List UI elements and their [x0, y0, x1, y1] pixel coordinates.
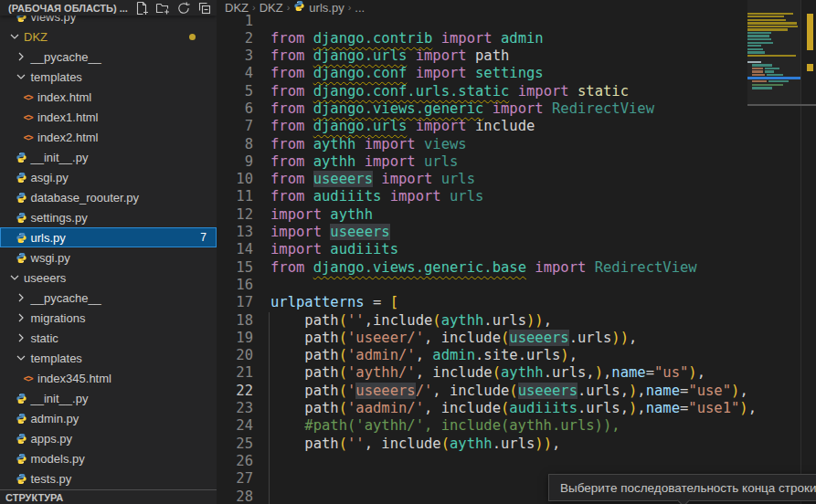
line-number[interactable]: 13 — [217, 224, 253, 241]
tree-item-pycache[interactable]: __pycache__ — [0, 288, 217, 308]
code-line-23[interactable]: 23 path('aadmin/', include(audiiits.urls… — [217, 400, 747, 417]
minimap-line — [747, 48, 763, 50]
tree-item-models-py[interactable]: models.py — [0, 448, 217, 468]
tree-item-label: __pycache__ — [31, 291, 101, 305]
tree-item-init-py[interactable]: __init__.py — [0, 388, 217, 408]
line-number[interactable]: 24 — [217, 417, 253, 435]
code-line-20[interactable]: 20 path('admin/', admin.site.urls), — [217, 347, 747, 364]
line-number[interactable]: 21 — [217, 364, 253, 382]
breadcrumb-item-urls-py[interactable]: urls.py — [293, 0, 344, 15]
line-number[interactable]: 5 — [217, 83, 253, 100]
code-line-text: path('', include(aythh.urls)), — [253, 436, 560, 453]
refresh-icon[interactable] — [176, 1, 191, 16]
code-line-24[interactable]: 24 #path('aythh/', include(aythh.urls)), — [217, 417, 747, 435]
tree-item-asgi-py[interactable]: asgi.py — [0, 167, 217, 187]
line-number[interactable]: 19 — [217, 330, 253, 347]
tree-item-index1-html[interactable]: <>index1.html — [0, 107, 217, 127]
tree-item-admin-py[interactable]: admin.py — [0, 408, 217, 428]
code-line-19[interactable]: 19 path('useeer/', include(useeers.urls)… — [217, 330, 747, 347]
chevron-right-icon — [14, 290, 29, 305]
line-number[interactable]: 25 — [217, 436, 253, 453]
line-number[interactable]: 22 — [217, 383, 253, 400]
code-line-3[interactable]: 3from django.urls import path — [217, 47, 747, 65]
tree-item-tests-py[interactable]: tests.py — [0, 468, 217, 488]
line-number[interactable]: 26 — [217, 453, 253, 470]
line-number[interactable]: 8 — [217, 136, 253, 153]
line-number[interactable]: 23 — [217, 400, 253, 417]
code-line-text: from django.urls import path — [253, 47, 509, 65]
tree-item-dkz[interactable]: DKZ — [0, 26, 217, 47]
python-icon — [14, 413, 29, 425]
line-number[interactable]: 2 — [217, 30, 253, 47]
line-number[interactable]: 7 — [217, 118, 253, 135]
code-line-12[interactable]: 12import aythh — [217, 206, 747, 224]
breadcrumb-item-dkz[interactable]: DKZ — [260, 1, 283, 15]
code-line-9[interactable]: 9from aythh import urls — [217, 153, 747, 171]
code-line-text: #path('aythh/', include(aythh.urls)), — [253, 417, 620, 435]
line-number[interactable]: 28 — [217, 488, 253, 504]
line-number[interactable]: 15 — [217, 259, 253, 277]
line-number[interactable]: 4 — [217, 65, 253, 82]
code-line-1[interactable]: 1 — [217, 13, 747, 30]
minimap-line — [747, 42, 773, 44]
tree-item-pycache[interactable]: __pycache__ — [0, 47, 217, 67]
tree-item-useeers[interactable]: useeers — [0, 268, 217, 288]
tree-item-apps-py[interactable]: apps.py — [0, 428, 217, 448]
tree-item-urls-py[interactable]: urls.py7 — [0, 227, 217, 247]
code-area[interactable]: 12from django.contrib import admin3from … — [217, 13, 747, 504]
code-line-18[interactable]: 18 path('',include(aythh.urls)), — [217, 312, 747, 330]
line-number[interactable]: 17 — [217, 294, 253, 311]
line-number[interactable]: 11 — [217, 188, 253, 205]
breadcrumb: DKZ›DKZ›urls.py›... — [217, 0, 743, 15]
line-number[interactable]: 10 — [217, 171, 253, 188]
line-number[interactable]: 6 — [217, 100, 253, 118]
line-number[interactable]: 27 — [217, 470, 253, 488]
code-line-17[interactable]: 17urlpatterns = [ — [217, 294, 747, 311]
code-line-22[interactable]: 22 path('useeers/', include(useeers.urls… — [217, 383, 747, 400]
new-folder-icon[interactable] — [155, 1, 170, 16]
code-line-10[interactable]: 10from useeers import urls — [217, 171, 747, 188]
line-number[interactable]: 12 — [217, 206, 253, 224]
code-line-7[interactable]: 7from django.urls import include — [217, 118, 747, 135]
new-file-icon[interactable] — [134, 1, 149, 16]
breadcrumb-item-[interactable]: ... — [355, 1, 365, 15]
minimap[interactable] — [747, 0, 800, 504]
tree-item-templates[interactable]: templates — [0, 67, 217, 87]
tree-item-index2-html[interactable]: <>index2.html — [0, 127, 217, 147]
code-line-6[interactable]: 6from django.views.generic import Redire… — [217, 100, 747, 118]
outline-section-header[interactable]: СТРУКТУРА — [0, 489, 217, 504]
line-number[interactable]: 18 — [217, 312, 253, 330]
tree-item-database-roouter-py[interactable]: database_roouter.py — [0, 187, 217, 207]
code-line-26[interactable]: 26 — [217, 453, 747, 470]
line-number[interactable]: 9 — [217, 153, 253, 171]
breadcrumb-item-dkz[interactable]: DKZ — [225, 1, 249, 15]
tree-item-index-html[interactable]: <>index.html — [0, 87, 217, 107]
minimap-line — [747, 51, 765, 53]
tree-item-static[interactable]: static — [0, 328, 217, 348]
line-number[interactable]: 14 — [217, 241, 253, 258]
code-line-15[interactable]: 15from django.views.generic.base import … — [217, 259, 747, 277]
code-line-25[interactable]: 25 path('', include(aythh.urls)), — [217, 436, 747, 453]
code-line-8[interactable]: 8from aythh import views — [217, 136, 747, 153]
code-line-13[interactable]: 13import useeers — [217, 224, 747, 241]
collapse-all-icon[interactable] — [197, 1, 212, 16]
line-number[interactable]: 16 — [217, 277, 253, 294]
overview-ruler-scrollbar[interactable] — [800, 0, 816, 504]
tree-item-settings-py[interactable]: settings.py — [0, 207, 217, 227]
code-line-2[interactable]: 2from django.contrib import admin — [217, 30, 747, 47]
line-number[interactable]: 3 — [217, 47, 253, 65]
line-number[interactable]: 1 — [217, 13, 253, 30]
python-icon — [14, 433, 29, 445]
code-line-16[interactable]: 16 — [217, 277, 747, 294]
tree-item-templates[interactable]: templates — [0, 348, 217, 368]
tree-item-wsgi-py[interactable]: wsgi.py — [0, 247, 217, 268]
code-line-14[interactable]: 14import audiiits — [217, 241, 747, 258]
code-line-4[interactable]: 4from django.conf import settings — [217, 65, 747, 82]
code-line-21[interactable]: 21 path('aythh/', include(aythh.urls,),n… — [217, 364, 747, 382]
tree-item-migrations[interactable]: migrations — [0, 308, 217, 328]
code-line-5[interactable]: 5from django.conf.urls.static import sta… — [217, 83, 747, 100]
tree-item-init-py[interactable]: __init__.py — [0, 147, 217, 167]
tree-item-index345-html[interactable]: <>index345.html — [0, 368, 217, 388]
line-number[interactable]: 20 — [217, 347, 253, 364]
code-line-11[interactable]: 11from audiiits import urls — [217, 188, 747, 205]
